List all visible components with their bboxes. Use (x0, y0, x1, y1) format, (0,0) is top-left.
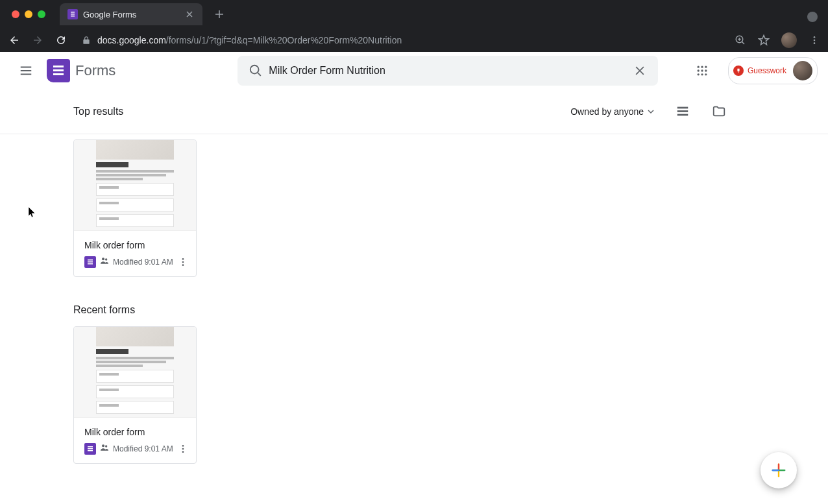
tab-title: Google Forms (83, 10, 179, 19)
form-thumbnail (74, 140, 196, 231)
account-avatar[interactable] (793, 61, 812, 80)
svg-rect-20 (88, 259, 93, 261)
form-card-modified: Modified 9:01 AM (113, 258, 173, 267)
lock-icon (82, 36, 91, 45)
svg-point-15 (701, 73, 703, 75)
svg-point-11 (697, 69, 699, 71)
svg-point-4 (814, 36, 816, 38)
svg-point-31 (102, 444, 104, 447)
browser-tab[interactable]: Google Forms (60, 3, 202, 25)
svg-point-8 (697, 66, 699, 68)
svg-point-5 (814, 40, 816, 42)
bookmark-icon[interactable] (758, 34, 770, 46)
window-controls[interactable] (5, 10, 52, 18)
svg-point-7 (250, 66, 259, 74)
address-bar[interactable]: docs.google.com/forms/u/1/?tgif=d&q=Milk… (78, 35, 724, 45)
top-results-heading: Top results (73, 106, 123, 117)
plus-icon (770, 461, 788, 479)
svg-rect-22 (88, 263, 93, 265)
create-new-form-button[interactable] (761, 452, 797, 488)
url-path: /forms/u/1/?tgif=d&q=Milk%20Order%20Form… (166, 35, 402, 45)
form-card-title: Milk order form (84, 427, 186, 437)
search-icon[interactable] (243, 58, 269, 84)
zoom-icon[interactable] (735, 34, 746, 46)
tab-close-icon[interactable] (184, 9, 195, 19)
forms-file-icon (84, 256, 96, 268)
new-tab-button[interactable] (210, 5, 228, 23)
browser-profile-corner-icon[interactable] (807, 12, 818, 22)
svg-point-26 (182, 261, 184, 263)
svg-point-6 (814, 42, 816, 44)
card-more-button[interactable] (177, 256, 189, 269)
forms-favicon (67, 9, 78, 19)
svg-point-16 (705, 73, 707, 75)
svg-point-27 (182, 264, 184, 266)
forms-file-icon (84, 443, 96, 455)
ownership-filter[interactable]: Owned by anyone (565, 101, 659, 122)
svg-rect-28 (88, 446, 93, 448)
form-card[interactable]: Milk order form Modified 9:01 AM (73, 139, 197, 277)
svg-point-10 (705, 66, 707, 68)
forward-button[interactable] (31, 34, 44, 47)
svg-rect-2 (71, 16, 75, 17)
url-host: docs.google.com (97, 35, 166, 45)
svg-point-24 (105, 258, 107, 260)
google-apps-button[interactable] (689, 58, 715, 84)
form-card-title: Milk order form (84, 240, 186, 250)
shared-icon (99, 442, 110, 455)
svg-point-32 (105, 445, 107, 447)
browser-menu-icon[interactable] (809, 34, 820, 46)
browser-profile-avatar[interactable] (781, 32, 797, 48)
forms-logo-icon (47, 59, 70, 82)
svg-point-14 (697, 73, 699, 75)
shared-icon (99, 256, 110, 269)
svg-rect-21 (88, 261, 93, 263)
clear-search-button[interactable] (627, 58, 653, 84)
form-card[interactable]: Milk order form Modified 9:01 AM (73, 326, 197, 464)
svg-point-12 (701, 69, 703, 71)
svg-point-23 (102, 258, 104, 260)
chevron-down-icon (648, 108, 654, 115)
svg-point-25 (182, 258, 184, 260)
form-thumbnail (74, 327, 196, 418)
svg-point-9 (701, 66, 703, 68)
search-input[interactable] (269, 65, 627, 77)
svg-rect-18 (677, 110, 688, 112)
main-menu-button[interactable] (10, 55, 42, 86)
svg-rect-17 (677, 107, 688, 109)
svg-point-34 (182, 448, 184, 450)
back-button[interactable] (8, 34, 21, 47)
svg-rect-1 (71, 14, 75, 15)
maximize-window[interactable] (38, 10, 45, 18)
svg-rect-0 (71, 12, 75, 13)
form-card-modified: Modified 9:01 AM (113, 444, 173, 453)
app-name: Forms (75, 62, 116, 79)
svg-rect-30 (88, 450, 93, 451)
app-logo[interactable]: Forms (47, 59, 116, 82)
svg-point-13 (705, 69, 707, 71)
extension-pill[interactable]: Guesswork (728, 57, 818, 84)
card-more-button[interactable] (177, 442, 189, 455)
close-window[interactable] (12, 10, 19, 18)
folder-view-button[interactable] (706, 99, 732, 125)
minimize-window[interactable] (25, 10, 32, 18)
svg-rect-19 (677, 114, 688, 116)
svg-rect-29 (88, 448, 93, 450)
extension-label: Guesswork (748, 66, 786, 75)
list-view-button[interactable] (670, 99, 696, 125)
extension-badge-icon (733, 66, 744, 76)
ownership-filter-label: Owned by anyone (570, 106, 644, 117)
reload-button[interactable] (55, 34, 67, 47)
svg-point-35 (182, 451, 184, 453)
svg-point-33 (182, 445, 184, 447)
recent-forms-heading: Recent forms (73, 304, 755, 316)
